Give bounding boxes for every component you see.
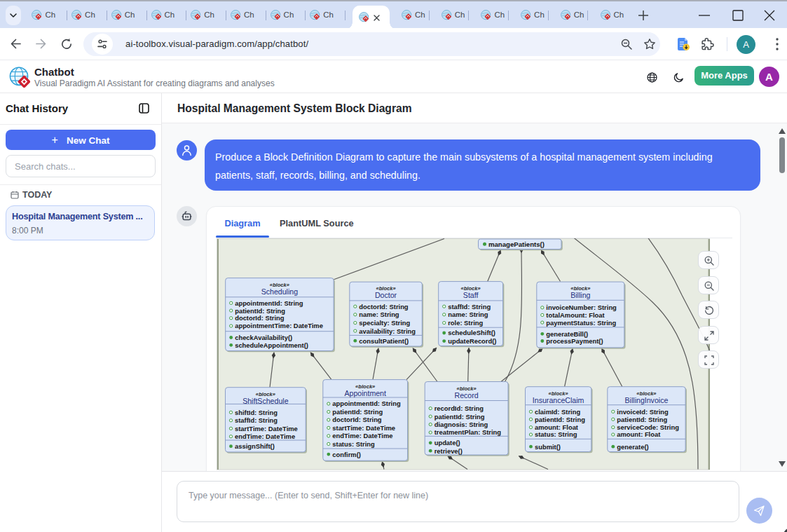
svg-text:paymentStatus: String: paymentStatus: String — [546, 319, 616, 327]
svg-text:doctorId: String: doctorId: String — [235, 314, 285, 322]
svg-text:shiftId: String: shiftId: String — [235, 409, 278, 416]
svg-text:Staff: Staff — [463, 291, 479, 299]
svg-text:scheduleAppointment(): scheduleAppointment() — [235, 341, 308, 349]
svg-text:recordId: String: recordId: String — [434, 404, 484, 412]
svg-text:patientId: String: patientId: String — [535, 416, 585, 423]
svg-text:consultPatient(): consultPatient() — [359, 337, 409, 345]
svg-text:diagnosis: String: diagnosis: String — [434, 421, 488, 428]
svg-text:Scheduling: Scheduling — [261, 287, 299, 296]
svg-text:Billing: Billing — [570, 291, 590, 299]
svg-text:status: String: status: String — [332, 440, 375, 448]
svg-text:update(): update() — [434, 439, 460, 446]
svg-text:staffId: String: staffId: String — [235, 416, 278, 424]
svg-text:availability: String: availability: String — [359, 327, 416, 335]
svg-text:InsuranceClaim: InsuranceClaim — [533, 396, 584, 404]
svg-text:generate(): generate() — [617, 443, 648, 451]
svg-text:Doctor: Doctor — [375, 291, 397, 299]
svg-text:appointmentTime: DateTime: appointmentTime: DateTime — [235, 322, 323, 329]
svg-text:submit(): submit() — [535, 443, 561, 451]
svg-text:BillingInvoice: BillingInvoice — [625, 396, 669, 404]
svg-text:endTime: DateTime: endTime: DateTime — [235, 432, 295, 440]
svg-text:processPayment(): processPayment() — [546, 337, 603, 345]
svg-text:invoiceNumber: String: invoiceNumber: String — [546, 303, 617, 311]
svg-text:doctorId: String: doctorId: String — [332, 416, 382, 423]
svg-text:appointmentId: String: appointmentId: String — [332, 400, 401, 407]
svg-text:patientId: String: patientId: String — [617, 416, 667, 423]
svg-text:updateRecord(): updateRecord() — [448, 337, 496, 345]
svg-text:status: String: status: String — [535, 430, 577, 438]
svg-text:confirm(): confirm() — [332, 451, 361, 458]
svg-text:endTime: DateTime: endTime: DateTime — [332, 432, 392, 439]
svg-text:invoiceId: String: invoiceId: String — [617, 408, 669, 416]
svg-text:Record: Record — [455, 391, 479, 400]
svg-text:Appointment: Appointment — [344, 389, 386, 397]
svg-text:startTime: DateTime: startTime: DateTime — [332, 424, 395, 432]
svg-text:patientId: String: patientId: String — [332, 408, 383, 416]
svg-text:staffId: String: staffId: String — [448, 303, 491, 311]
svg-text:name: String: name: String — [359, 311, 399, 318]
svg-text:startTime: DateTime: startTime: DateTime — [235, 425, 298, 432]
svg-text:retrieve(): retrieve() — [434, 447, 463, 455]
svg-text:specialty: String: specialty: String — [359, 319, 410, 327]
svg-text:role: String: role: String — [448, 319, 483, 327]
svg-text:name: String: name: String — [448, 311, 488, 318]
svg-text:managePatients(): managePatients() — [488, 240, 545, 248]
svg-text:checkAvailability(): checkAvailability() — [235, 334, 292, 341]
svg-text:claimId: String: claimId: String — [535, 408, 580, 416]
svg-text:treatmentPlan: String: treatmentPlan: String — [434, 428, 502, 436]
svg-text:patientId: String: patientId: String — [235, 307, 285, 315]
svg-text:patientId: String: patientId: String — [434, 413, 485, 421]
svg-text:assignShift(): assignShift() — [235, 442, 275, 450]
svg-text:doctorId: String: doctorId: String — [359, 303, 409, 311]
svg-text:amount: Float: amount: Float — [535, 423, 578, 431]
svg-text:totalAmount: Float: totalAmount: Float — [546, 311, 604, 319]
svg-text:scheduleShift(): scheduleShift() — [448, 329, 495, 336]
svg-text:amount: Float: amount: Float — [617, 430, 660, 438]
svg-text:ShiftSchedule: ShiftSchedule — [242, 397, 288, 405]
svg-text:serviceCode: String: serviceCode: String — [617, 423, 679, 431]
svg-text:appointmentId: String: appointmentId: String — [235, 299, 303, 307]
